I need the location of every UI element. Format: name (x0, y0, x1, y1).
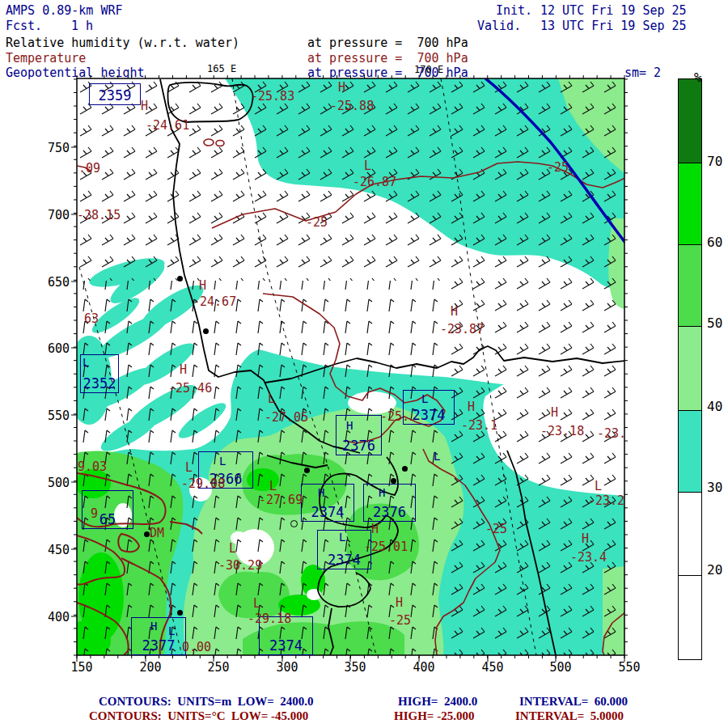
colorbar-tick-label: 40 (707, 399, 722, 414)
temp-label: 63 (84, 311, 99, 326)
field-temperature-level: at pressure = 700 hPa (307, 51, 468, 66)
temp-label: -25. (380, 409, 409, 424)
height-value-box: 2377 (131, 617, 186, 655)
height-value: 2374 (269, 639, 303, 653)
height-value-box: 65 (82, 490, 133, 529)
x-axis-tick-label: 500 (549, 660, 571, 675)
valid-label: Valid. (477, 19, 521, 33)
temp-label: -25.01 (364, 540, 408, 554)
height-value: 2376 (373, 506, 406, 519)
y-axis-tick-label: 550 (48, 408, 70, 423)
colorbar (678, 78, 702, 660)
temp-label: -28.15 (77, 208, 121, 222)
temp-label: -25 (306, 215, 328, 230)
station-dot (144, 531, 150, 537)
temp-label: -27.69 (259, 493, 303, 507)
temp-label: L (185, 460, 193, 475)
height-value-box: 2376 (363, 484, 416, 522)
height-extremum-letter: H (346, 419, 353, 432)
temp-label: DM (150, 526, 164, 540)
temp-label: -23.18 (540, 424, 584, 438)
temp-label: -25 (547, 160, 569, 175)
model-title: AMPS 0.89-km WRF (6, 3, 123, 18)
x-axis-tick-label: 350 (344, 660, 366, 675)
temp-label: L (364, 159, 371, 173)
y-axis-tick-label: 400 (48, 610, 70, 624)
height-extremum-letter: L (339, 531, 345, 544)
height-value-box: 2374 (301, 484, 354, 522)
temp-label: H (582, 531, 589, 546)
open-circle-marker (290, 520, 298, 527)
colorbar-segment (679, 410, 701, 492)
height-extremum-letter: H (318, 486, 324, 499)
height-value: 2359 (99, 89, 132, 103)
field-humidity-level: at pressure = 700 hPa (307, 36, 468, 50)
meridian-label: 170 E (414, 64, 443, 75)
temp-label: -27.05 (265, 410, 308, 425)
height-value: 2374 (413, 408, 446, 422)
colorbar-segment (679, 244, 701, 326)
temp-label: 0.00 (182, 640, 211, 654)
colorbar-tick-label: 70 (707, 154, 722, 169)
temp-label: L (269, 479, 277, 493)
temp-label: H (451, 304, 458, 319)
temp-label: -24.61 (146, 118, 189, 133)
temp-label: -23.2 (588, 493, 624, 508)
temp-label: H (468, 400, 475, 414)
contour-info-text: HIGH= -25.000 (394, 709, 474, 723)
colorbar-segment (679, 575, 701, 659)
colorbar-tick-label: 50 (707, 315, 722, 331)
temp-label: -25.88 (330, 99, 374, 113)
y-axis-tick-label: 700 (48, 208, 70, 222)
fcst-label: Fcst. (6, 19, 42, 33)
x-axis-tick-label: 250 (207, 660, 229, 675)
meridian-label: 165 E (207, 63, 236, 74)
temp-label: -24.67 (193, 294, 236, 309)
height-value: 65 (99, 513, 116, 527)
temp-label: -30.29 (218, 558, 262, 573)
contour-info-text: INTERVAL= 5.0000 (515, 709, 624, 723)
temp-label: -26.87 (353, 175, 396, 189)
x-axis-tick-label: 400 (413, 660, 434, 675)
height-value-box: 2374 (403, 390, 455, 425)
temp-label: L (229, 541, 236, 556)
field-temperature-label: Temperature (6, 51, 86, 66)
x-axis-tick-label: 550 (618, 660, 640, 675)
temp-label: -25 (485, 522, 507, 536)
station-dot (391, 478, 396, 484)
temp-label: H (371, 522, 379, 536)
temp-label: H (180, 362, 187, 377)
temp-label: 9.03 (78, 459, 107, 474)
temp-label: H (338, 80, 345, 95)
temp-label: -25.46 (168, 381, 212, 396)
height-value: 2377 (142, 639, 176, 653)
colorbar-segment (679, 326, 701, 410)
colorbar-unit-label: % (694, 70, 702, 85)
temp-label: -29.18 (248, 612, 291, 626)
temp-label: H (551, 405, 558, 420)
temp-label: -29.08 (181, 476, 225, 491)
height-value: 2374 (328, 553, 361, 567)
temp-label: H (199, 278, 206, 293)
init-value: 12 UTC Fri 19 Sep 25 (540, 3, 687, 18)
y-axis-tick-label: 500 (48, 476, 70, 490)
height-extremum-letter: H (150, 620, 157, 633)
y-axis-tick-label: 750 (48, 141, 70, 155)
temp-label: L (253, 596, 260, 611)
x-axis-tick-label: 200 (139, 660, 161, 675)
height-value-box: 2376 (336, 415, 382, 455)
temp-label: L (268, 392, 275, 406)
temp-label: -23.87 (440, 322, 484, 336)
temp-label: -25 (389, 613, 411, 628)
colorbar-segment (679, 492, 701, 575)
station-dot (203, 328, 209, 334)
height-extremum-letter: L (421, 392, 428, 405)
height-extremum-letter: L (219, 455, 226, 468)
height-extremum-letter: L (434, 450, 440, 463)
station-dot (177, 276, 183, 281)
y-axis-tick-label: 600 (48, 341, 70, 356)
contour-info-text: CONTOURS: UNITS=m LOW= 2400.0 (99, 695, 314, 709)
temp-label: 9 (91, 506, 98, 521)
y-axis-tick-label: 650 (48, 275, 70, 290)
temp-label: -23.1 (461, 418, 497, 433)
